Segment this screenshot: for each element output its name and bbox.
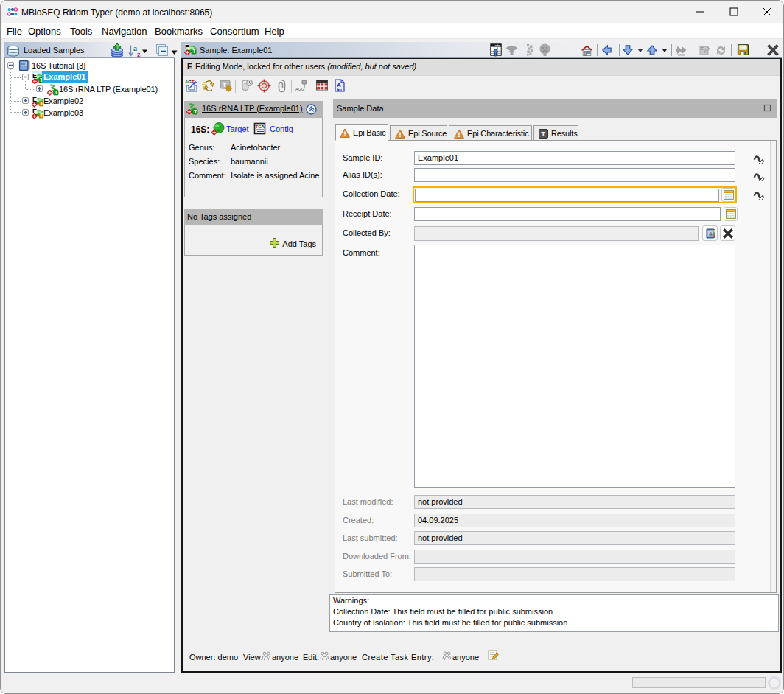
svg-text:E: E <box>701 46 704 51</box>
svg-text:A: A <box>337 82 341 88</box>
svg-text:AGT: AGT <box>185 80 195 84</box>
svg-text:TCA: TCA <box>256 125 265 129</box>
svg-text:T: T <box>223 82 226 88</box>
svg-text:AGG: AGG <box>295 87 304 91</box>
svg-text:z: z <box>137 50 141 58</box>
svg-text:T: T <box>542 130 546 138</box>
